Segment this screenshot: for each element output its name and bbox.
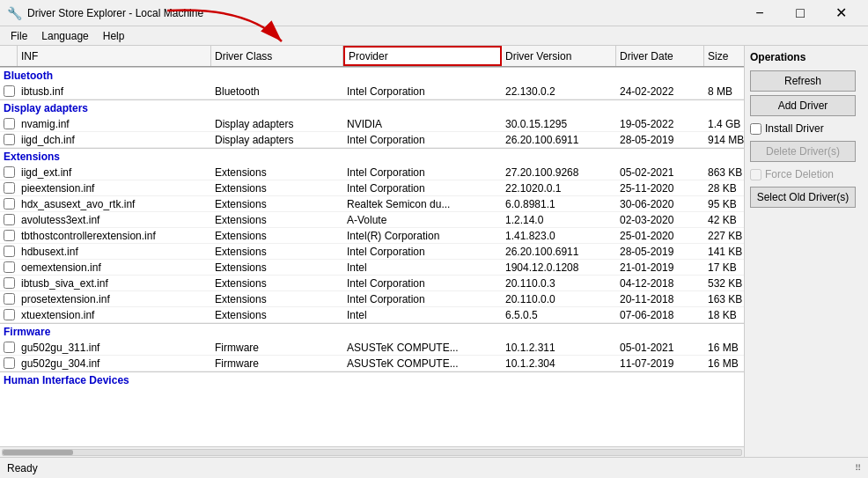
driver-class-cell: Extensions xyxy=(211,260,343,275)
provider-cell: Intel xyxy=(343,260,502,275)
scrollbar-track[interactable] xyxy=(2,449,742,456)
size-cell: 16 MB xyxy=(704,356,744,371)
row-checkbox[interactable] xyxy=(4,85,15,97)
table-row[interactable]: oemextension.infExtensionsIntel1904.12.0… xyxy=(0,260,744,276)
driver-class-cell: Extensions xyxy=(211,165,343,180)
inf-cell: nvamig.inf xyxy=(18,116,211,131)
driver-date-cell: 02-03-2020 xyxy=(616,212,704,227)
size-cell: 95 KB xyxy=(704,196,744,211)
provider-cell: Intel Corporation xyxy=(343,276,502,290)
driver-date-cell: 24-02-2022 xyxy=(616,84,704,99)
menu-bar: File Language Help xyxy=(0,26,868,46)
table-row[interactable]: gu502gu_311.infFirmwareASUSTeK COMPUTE..… xyxy=(0,340,744,356)
row-checkbox[interactable] xyxy=(4,261,15,273)
menu-help[interactable]: Help xyxy=(96,28,132,44)
driver-version-cell: 26.20.100.6911 xyxy=(502,244,616,259)
row-checkbox[interactable] xyxy=(4,357,15,369)
row-checkbox[interactable] xyxy=(4,293,15,305)
row-checkbox[interactable] xyxy=(4,166,15,178)
col-driver-class[interactable]: Driver Class xyxy=(211,46,343,66)
col-size[interactable]: Size xyxy=(704,46,745,66)
driver-date-cell: 05-01-2021 xyxy=(616,340,704,355)
minimize-button[interactable]: − xyxy=(739,0,780,26)
provider-cell: Realtek Semicon du... xyxy=(343,196,502,211)
col-driver-date[interactable]: Driver Date xyxy=(616,46,704,66)
driver-class-cell: Display adapters xyxy=(211,116,343,131)
driver-class-cell: Extensions xyxy=(211,307,343,322)
table-row[interactable]: avolutess3ext.infExtensionsA-Volute1.2.1… xyxy=(0,212,744,228)
row-checkbox[interactable] xyxy=(4,198,15,210)
install-driver-row: Install Driver xyxy=(750,120,863,137)
driver-class-cell: Extensions xyxy=(211,244,343,259)
driver-version-cell: 27.20.100.9268 xyxy=(502,165,616,180)
refresh-button[interactable]: Refresh xyxy=(750,70,856,92)
table-header: INF Driver Class Provider Driver Version… xyxy=(0,46,744,67)
size-cell: 42 KB xyxy=(704,212,744,227)
inf-cell: ibtusb.inf xyxy=(18,84,211,99)
size-cell: 141 KB xyxy=(704,244,744,259)
menu-language[interactable]: Language xyxy=(34,28,95,44)
driver-version-cell: 22.130.0.2 xyxy=(502,84,616,99)
table-body: Bluetoothibtusb.infBluetoothIntel Corpor… xyxy=(0,67,744,446)
driver-class-cell: Display adapters xyxy=(211,132,343,147)
provider-cell: Intel Corporation xyxy=(343,165,502,180)
close-button[interactable]: ✕ xyxy=(820,0,861,26)
force-deletion-label[interactable]: Force Deletion xyxy=(765,168,834,180)
col-provider[interactable]: Provider xyxy=(343,46,502,66)
col-inf[interactable]: INF xyxy=(18,46,211,66)
horizontal-scrollbar[interactable] xyxy=(0,446,744,457)
section-header: Bluetooth xyxy=(0,68,744,84)
menu-file[interactable]: File xyxy=(4,28,34,44)
status-text: Ready xyxy=(7,462,38,474)
provider-cell: ASUSTeK COMPUTE... xyxy=(343,340,502,355)
row-checkbox[interactable] xyxy=(4,277,15,289)
driver-date-cell: 07-06-2018 xyxy=(616,307,704,322)
select-old-button[interactable]: Select Old Driver(s) xyxy=(750,187,856,208)
section-header: Display adapters xyxy=(0,100,744,116)
driver-date-cell: 28-05-2019 xyxy=(616,132,704,147)
delete-drivers-button[interactable]: Delete Driver(s) xyxy=(750,141,856,162)
title-bar: 🔧 Driver Store Explorer - Local Machine … xyxy=(0,0,868,26)
table-row[interactable]: hdbusext.infExtensionsIntel Corporation2… xyxy=(0,244,744,260)
install-driver-checkbox[interactable] xyxy=(750,123,761,135)
driver-date-cell: 30-06-2020 xyxy=(616,196,704,211)
inf-cell: avolutess3ext.inf xyxy=(18,212,211,227)
col-driver-version[interactable]: Driver Version xyxy=(502,46,616,66)
maximize-button[interactable]: □ xyxy=(780,0,820,26)
table-row[interactable]: xtuextension.infExtensionsIntel6.5.0.507… xyxy=(0,307,744,323)
row-checkbox[interactable] xyxy=(4,309,15,320)
driver-version-cell: 22.1020.0.1 xyxy=(502,180,616,195)
scrollbar-thumb[interactable] xyxy=(3,450,73,455)
inf-cell: gu502gu_304.inf xyxy=(18,356,211,371)
app-icon: 🔧 xyxy=(7,6,22,20)
table-row[interactable]: pieextension.infExtensionsIntel Corporat… xyxy=(0,180,744,196)
install-driver-label[interactable]: Install Driver xyxy=(765,122,824,135)
force-deletion-checkbox[interactable] xyxy=(750,169,761,180)
row-checkbox[interactable] xyxy=(4,214,15,225)
row-checkbox[interactable] xyxy=(4,118,15,129)
row-checkbox[interactable] xyxy=(4,182,15,194)
table-row[interactable]: nvamig.infDisplay adaptersNVIDIA30.0.15.… xyxy=(0,116,744,132)
inf-cell: gu502gu_311.inf xyxy=(18,340,211,355)
row-checkbox[interactable] xyxy=(4,342,15,353)
row-checkbox[interactable] xyxy=(4,246,15,257)
add-driver-button[interactable]: Add Driver xyxy=(750,95,856,116)
table-row[interactable]: hdx_asusext_avo_rtk.infExtensionsRealtek… xyxy=(0,196,744,212)
table-row[interactable]: ibtusb.infBluetoothIntel Corporation22.1… xyxy=(0,84,744,99)
row-checkbox[interactable] xyxy=(4,230,15,241)
table-row[interactable]: tbthostcontrollerextension.infExtensions… xyxy=(0,228,744,244)
provider-cell: NVIDIA xyxy=(343,116,502,131)
inf-cell: iigd_ext.inf xyxy=(18,165,211,180)
size-cell: 914 MB xyxy=(704,132,744,147)
section-header: Firmware xyxy=(0,324,744,340)
table-row[interactable]: gu502gu_304.infFirmwareASUSTeK COMPUTE..… xyxy=(0,356,744,371)
driver-date-cell: 21-01-2019 xyxy=(616,260,704,275)
table-row[interactable]: prosetextension.infExtensionsIntel Corpo… xyxy=(0,291,744,307)
driver-date-cell: 25-11-2020 xyxy=(616,180,704,195)
table-row[interactable]: iigd_ext.infExtensionsIntel Corporation2… xyxy=(0,165,744,180)
row-checkbox[interactable] xyxy=(4,134,15,145)
driver-version-cell: 1.2.14.0 xyxy=(502,212,616,227)
driver-class-cell: Firmware xyxy=(211,356,343,371)
table-row[interactable]: iigd_dch.infDisplay adaptersIntel Corpor… xyxy=(0,132,744,148)
table-row[interactable]: ibtusb_siva_ext.infExtensionsIntel Corpo… xyxy=(0,276,744,291)
